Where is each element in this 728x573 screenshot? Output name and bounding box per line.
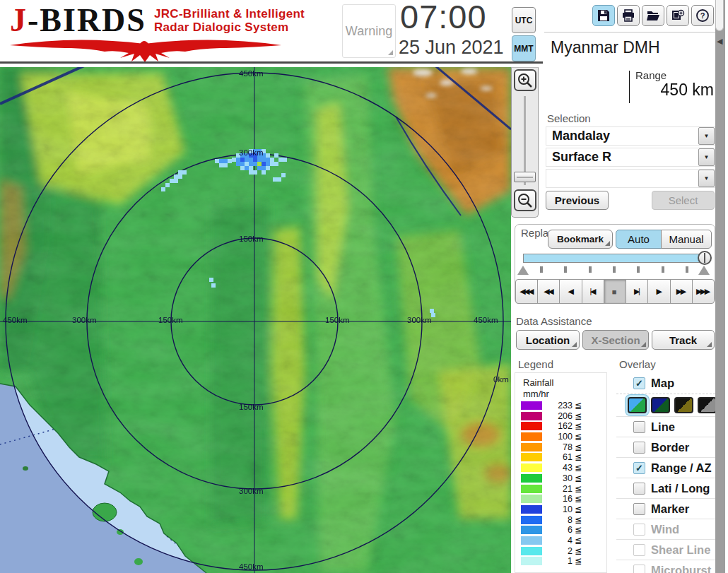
chevron-down-icon[interactable]: ▼ xyxy=(698,170,715,187)
radar-echo-pixel xyxy=(249,158,253,162)
previous-button[interactable]: Previous xyxy=(546,191,609,210)
slider-tick xyxy=(686,266,688,273)
map-style-swatch[interactable] xyxy=(674,397,693,413)
legend-value: 16 xyxy=(542,494,573,504)
overlay-item-range-az[interactable]: ✓Range / AZ xyxy=(616,457,715,478)
range-label: Range xyxy=(635,69,667,81)
chevron-down-icon[interactable]: ▼ xyxy=(698,148,715,166)
legend-color-swatch xyxy=(521,516,542,524)
fast-rewind-2-button[interactable]: ◀◀ xyxy=(537,279,560,304)
radar-echo-pixel xyxy=(262,158,266,162)
zoom-in-button[interactable] xyxy=(514,69,536,91)
overlay-item-border[interactable]: Border xyxy=(616,437,715,457)
help-icon: ? xyxy=(695,8,710,23)
panel-collapse-strip[interactable] xyxy=(715,0,725,573)
checkbox-lati-long[interactable] xyxy=(633,483,645,495)
zoom-out-button[interactable] xyxy=(514,189,536,211)
legend-operator: ≦ xyxy=(575,556,582,566)
checkbox-range-az[interactable]: ✓ xyxy=(633,462,645,474)
zoom-slider-handle[interactable] xyxy=(514,172,536,182)
mmt-button[interactable]: MMT xyxy=(512,35,536,61)
checkbox-border[interactable] xyxy=(633,442,645,454)
legend-label: Legend xyxy=(518,358,553,370)
panel-collapse-tab[interactable] xyxy=(715,0,724,31)
checkbox-wind[interactable] xyxy=(633,524,645,536)
option-dropdown[interactable]: ▼ xyxy=(546,169,715,188)
radar-echo-pixel xyxy=(253,162,257,166)
replay-slider-track[interactable] xyxy=(523,254,705,263)
slider-end-marker[interactable] xyxy=(698,266,710,275)
checkbox-marker[interactable] xyxy=(633,503,645,515)
radar-map[interactable]: 450km300km150km150km300km450km450km300km… xyxy=(0,67,511,573)
manual-mode-button[interactable]: Manual xyxy=(661,230,712,249)
slider-tick xyxy=(613,266,616,273)
fast-rewind-3-button[interactable]: ◀◀◀ xyxy=(515,279,538,304)
save-button[interactable] xyxy=(592,5,615,26)
clock-time: 07:00 xyxy=(400,0,487,36)
add-image-button[interactable] xyxy=(667,5,689,26)
range-ring-label: 150km xyxy=(325,316,350,324)
collapse-arrow-icon[interactable]: ◀ xyxy=(717,37,722,46)
legend-value: 10 xyxy=(542,504,573,514)
logo-title: J-BIRDS xyxy=(10,1,146,39)
legend-entry: 8≦ xyxy=(521,516,602,524)
product-dropdown[interactable]: Surface R ▼ xyxy=(546,148,715,167)
x-section-button[interactable]: X-Section xyxy=(582,330,649,350)
overlay-item-microburst[interactable]: Microburst xyxy=(616,560,715,573)
print-button[interactable] xyxy=(617,5,640,26)
site-dropdown[interactable]: Mandalay ▼ xyxy=(546,126,715,146)
warning-button[interactable]: Warning xyxy=(342,4,396,58)
legend-entry: 78≦ xyxy=(521,443,602,451)
checkbox-shear-line[interactable] xyxy=(633,544,645,556)
step-forward-button[interactable]: ▶| xyxy=(626,279,648,304)
map-style-swatch[interactable] xyxy=(698,397,715,413)
radar-echo-pixel xyxy=(274,153,278,158)
slider-start-marker[interactable] xyxy=(517,266,529,275)
stop-button[interactable]: ■ xyxy=(604,279,626,304)
checkbox-microburst[interactable] xyxy=(633,565,645,573)
radar-echo-pixel xyxy=(165,183,170,187)
checkbox-map[interactable]: ✓ xyxy=(633,377,645,389)
overlay-item-marker[interactable]: Marker xyxy=(616,498,715,519)
range-ring-label: 150km xyxy=(239,403,264,411)
map-style-swatch[interactable] xyxy=(651,397,670,413)
overlay-item-line[interactable]: Line xyxy=(616,416,715,437)
select-button[interactable]: Select xyxy=(652,191,715,210)
overlay-item-lati-long[interactable]: Lati / Long xyxy=(616,478,715,498)
radar-echo-pixel xyxy=(266,158,270,162)
fast-forward-3-button[interactable]: ▶▶▶ xyxy=(692,279,715,304)
radar-echo-pixel xyxy=(431,313,435,317)
edge-spacer xyxy=(725,0,728,573)
location-button[interactable]: Location xyxy=(516,330,580,350)
radar-echo-pixel xyxy=(266,162,270,166)
checkbox-line[interactable] xyxy=(633,421,645,433)
legend-entries: 233≦206≦162≦100≦78≦61≦43≦30≦21≦16≦10≦8≦6… xyxy=(521,401,602,567)
slider-tick xyxy=(662,266,664,273)
legend-value: 233 xyxy=(542,401,573,410)
fast-forward-2-button[interactable]: ▶▶ xyxy=(670,279,693,304)
overlay-item-wind[interactable]: Wind xyxy=(616,519,715,539)
open-folder-button[interactable] xyxy=(642,5,664,26)
play-reverse-button[interactable]: ◀ xyxy=(559,279,582,304)
legend-color-swatch xyxy=(521,463,542,472)
utc-button[interactable]: UTC xyxy=(512,7,536,33)
replay-slider-knob[interactable] xyxy=(698,251,712,265)
map-style-swatch[interactable] xyxy=(628,397,647,413)
radar-echo-pixel xyxy=(281,173,286,177)
station-name: Myanmar DMH xyxy=(551,38,660,57)
overlay-item-label: Border xyxy=(651,441,689,454)
step-back-button[interactable]: |◀ xyxy=(582,279,604,304)
overlay-item-shear-line[interactable]: Shear Line xyxy=(616,539,715,560)
auto-mode-button[interactable]: Auto xyxy=(616,230,662,249)
help-button[interactable]: ? xyxy=(691,5,714,26)
legend-entry: 100≦ xyxy=(521,432,602,441)
bookmark-button[interactable]: Bookmark xyxy=(548,230,613,249)
legend-color-swatch xyxy=(521,422,542,430)
play-button[interactable]: ▶ xyxy=(647,279,670,304)
open-folder-icon xyxy=(646,8,660,23)
chevron-down-icon[interactable]: ▼ xyxy=(698,127,715,145)
overlay-item-map[interactable]: ✓Map xyxy=(616,372,715,394)
radar-echo-pixel xyxy=(266,153,270,158)
track-button[interactable]: Track xyxy=(652,330,715,350)
radar-echo-pixel xyxy=(178,170,182,175)
